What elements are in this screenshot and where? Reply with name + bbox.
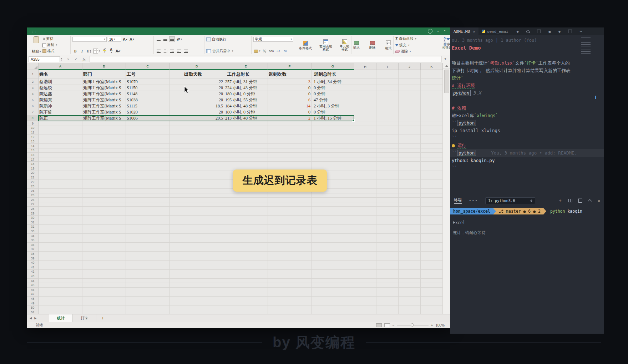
cell-I36[interactable]: [376, 243, 399, 247]
col-header-G[interactable]: G: [312, 63, 354, 70]
cell-D47[interactable]: [170, 292, 224, 297]
tab-readme[interactable]: ADME.MD ×: [450, 27, 478, 35]
cell-E28[interactable]: [224, 207, 268, 211]
number-format-combo[interactable]: 常规: [253, 37, 293, 42]
cell-B42[interactable]: [82, 270, 126, 274]
close-panel-icon[interactable]: ✕: [597, 198, 600, 203]
cell-A30[interactable]: [39, 216, 82, 220]
cell-H11[interactable]: [354, 130, 376, 135]
cell-B21[interactable]: [82, 175, 126, 180]
cell-C24[interactable]: [126, 189, 170, 193]
cell-G42[interactable]: [312, 270, 354, 274]
cell-G10[interactable]: [312, 126, 354, 131]
readme-editor[interactable]: ou, 3 months ago | 1 author (You) Excel …: [450, 35, 604, 195]
cell-B25[interactable]: [82, 193, 126, 198]
cell-K42[interactable]: [421, 270, 443, 274]
cell-K9[interactable]: [421, 121, 443, 126]
insert-cells-button[interactable]: 插入: [353, 41, 360, 49]
cell-F13[interactable]: [268, 139, 312, 144]
cell-A51[interactable]: [39, 310, 82, 314]
minimap[interactable]: [581, 37, 591, 54]
row-header-19[interactable]: 19: [27, 166, 39, 171]
cell-D31[interactable]: [170, 220, 224, 225]
cell-J2[interactable]: [399, 79, 421, 85]
cell-J17[interactable]: [399, 157, 421, 162]
cell-G12[interactable]: [312, 135, 354, 140]
cell-G49[interactable]: [312, 301, 354, 306]
cell-K20[interactable]: [421, 171, 443, 176]
cell-F26[interactable]: [268, 198, 312, 202]
cell-B49[interactable]: [82, 301, 126, 306]
cell-A11[interactable]: [39, 130, 82, 135]
cell-J19[interactable]: [399, 166, 421, 171]
cell-F50[interactable]: [268, 305, 312, 310]
cell-G36[interactable]: [312, 243, 354, 247]
cell-E43[interactable]: [224, 274, 268, 279]
cell-B36[interactable]: [82, 243, 126, 247]
tab-send-email[interactable]: send_emai: [478, 27, 512, 35]
cell-B10[interactable]: [82, 126, 126, 131]
cell-H18[interactable]: [354, 162, 376, 166]
cell-B47[interactable]: [82, 292, 126, 297]
cell-G40[interactable]: [312, 261, 354, 265]
add-sheet-button[interactable]: +: [96, 314, 109, 322]
cell-I37[interactable]: [376, 247, 399, 252]
cell-B14[interactable]: [82, 144, 126, 148]
scroll-up-icon[interactable]: [443, 63, 450, 69]
cell-C14[interactable]: [126, 144, 170, 148]
cell-G27[interactable]: [312, 202, 354, 207]
decrease-indent-button[interactable]: [176, 48, 182, 54]
cell-H24[interactable]: [354, 189, 376, 193]
cell-A23[interactable]: [39, 184, 82, 189]
cell-E33[interactable]: [224, 229, 268, 234]
cell-G35[interactable]: [312, 238, 354, 243]
cell-C30[interactable]: [126, 216, 170, 220]
zoom-slider[interactable]: [397, 325, 429, 325]
row-header-34[interactable]: 34: [27, 234, 39, 238]
cell-I17[interactable]: [376, 157, 399, 162]
cell-E17[interactable]: [224, 157, 268, 162]
cell-I27[interactable]: [376, 202, 399, 207]
row-header-14[interactable]: 14: [27, 144, 39, 148]
cell-K37[interactable]: [421, 247, 443, 252]
cell-J22[interactable]: [399, 180, 421, 184]
formula-expand-icon[interactable]: ▼: [444, 57, 447, 61]
cell-F3[interactable]: 0: [268, 85, 312, 91]
cell-E2[interactable]: 257 小时, 31 分钟: [224, 79, 268, 85]
align-middle-button[interactable]: [162, 36, 168, 42]
layout-icon[interactable]: [568, 30, 572, 33]
cell-H50[interactable]: [354, 305, 376, 310]
maximize-panel-icon[interactable]: [588, 199, 592, 203]
cell-I41[interactable]: [376, 265, 399, 270]
cell-A35[interactable]: [39, 238, 82, 243]
cell-H13[interactable]: [354, 139, 376, 144]
cell-G6[interactable]: 2 小时, 3 分钟: [312, 103, 354, 109]
cell-B16[interactable]: [82, 153, 126, 157]
cell-A45[interactable]: [39, 283, 82, 288]
format-cells-button[interactable]: 格式: [385, 40, 391, 50]
cell-B37[interactable]: [82, 247, 126, 252]
row-header-32[interactable]: 32: [27, 225, 39, 229]
cell-C37[interactable]: [126, 247, 170, 252]
cell-H35[interactable]: [354, 238, 376, 243]
cell-A49[interactable]: [39, 301, 82, 306]
cell-C38[interactable]: [126, 252, 170, 256]
cell-I46[interactable]: [376, 288, 399, 292]
cell-B9[interactable]: [82, 121, 126, 126]
row-header-3[interactable]: 3: [27, 85, 39, 91]
cell-B51[interactable]: [82, 310, 126, 314]
italic-button[interactable]: I: [79, 48, 85, 54]
row-header-41[interactable]: 41: [27, 265, 39, 270]
cell-F14[interactable]: [268, 144, 312, 148]
cell-E6[interactable]: 184 小时, 48 分钟: [224, 103, 268, 109]
cell-A2[interactable]: 蔡浩圳: [39, 79, 82, 85]
cell-G43[interactable]: [312, 274, 354, 279]
cell-G38[interactable]: [312, 252, 354, 256]
cell-C7[interactable]: S1020: [126, 109, 170, 115]
cell-E13[interactable]: [224, 139, 268, 144]
terminal-more-icon[interactable]: •••: [469, 198, 478, 203]
kill-terminal-icon[interactable]: [578, 199, 582, 203]
row-header-24[interactable]: 24: [27, 189, 39, 193]
copy-button[interactable]: 复制: [42, 42, 57, 47]
cell-C46[interactable]: [126, 288, 170, 292]
